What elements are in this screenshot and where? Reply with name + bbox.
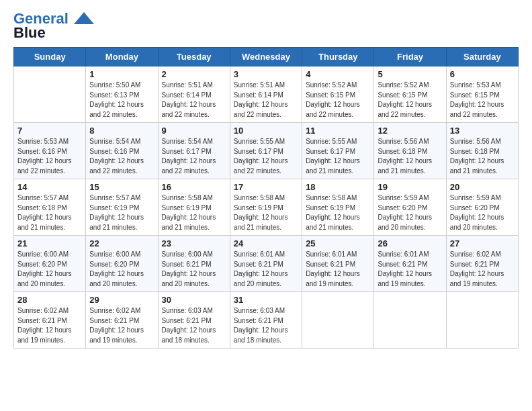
calendar-cell: 27 Sunrise: 6:02 AMSunset: 6:21 PMDaylig… — [446, 236, 518, 292]
calendar-cell: 21 Sunrise: 6:00 AMSunset: 6:20 PMDaylig… — [14, 236, 86, 292]
calendar-week-3: 14 Sunrise: 5:57 AMSunset: 6:18 PMDaylig… — [14, 179, 519, 236]
day-info: Sunrise: 6:00 AMSunset: 6:20 PMDaylight:… — [89, 250, 154, 289]
day-number: 22 — [89, 238, 154, 248]
day-number: 17 — [234, 182, 298, 192]
day-info: Sunrise: 5:56 AMSunset: 6:18 PMDaylight:… — [378, 137, 442, 176]
day-info: Sunrise: 5:57 AMSunset: 6:19 PMDaylight:… — [89, 193, 154, 232]
calendar-cell — [446, 292, 518, 349]
day-number: 2 — [162, 69, 226, 79]
day-number: 12 — [378, 126, 442, 136]
day-info: Sunrise: 6:00 AMSunset: 6:21 PMDaylight:… — [162, 250, 226, 289]
calendar-week-5: 28 Sunrise: 6:02 AMSunset: 6:21 PMDaylig… — [14, 292, 519, 349]
day-info: Sunrise: 5:51 AMSunset: 6:14 PMDaylight:… — [162, 81, 226, 120]
day-info: Sunrise: 5:58 AMSunset: 6:19 PMDaylight:… — [306, 193, 370, 232]
calendar-week-4: 21 Sunrise: 6:00 AMSunset: 6:20 PMDaylig… — [14, 236, 519, 292]
svg-marker-0 — [74, 12, 94, 24]
day-number: 31 — [234, 295, 298, 305]
day-info: Sunrise: 5:54 AMSunset: 6:17 PMDaylight:… — [162, 137, 226, 176]
day-info: Sunrise: 5:59 AMSunset: 6:20 PMDaylight:… — [378, 193, 442, 232]
calendar-cell: 13 Sunrise: 5:56 AMSunset: 6:18 PMDaylig… — [446, 123, 518, 179]
day-number: 24 — [234, 238, 298, 248]
day-number: 5 — [378, 69, 442, 79]
calendar-cell: 6 Sunrise: 5:53 AMSunset: 6:15 PMDayligh… — [446, 66, 518, 123]
logo-blue: Blue — [13, 24, 46, 42]
header-day-saturday: Saturday — [446, 48, 518, 66]
day-number: 13 — [450, 126, 515, 136]
calendar-cell: 12 Sunrise: 5:56 AMSunset: 6:18 PMDaylig… — [374, 123, 446, 179]
day-number: 20 — [450, 182, 515, 192]
day-info: Sunrise: 5:55 AMSunset: 6:17 PMDaylight:… — [234, 137, 298, 176]
day-number: 3 — [234, 69, 298, 79]
calendar-cell: 25 Sunrise: 6:01 AMSunset: 6:21 PMDaylig… — [302, 236, 374, 292]
calendar-cell: 17 Sunrise: 5:58 AMSunset: 6:19 PMDaylig… — [230, 179, 302, 236]
day-info: Sunrise: 5:52 AMSunset: 6:15 PMDaylight:… — [306, 81, 370, 120]
logo: General Blue — [13, 11, 94, 42]
calendar-body: 1 Sunrise: 5:50 AMSunset: 6:13 PMDayligh… — [14, 66, 519, 349]
day-info: Sunrise: 6:01 AMSunset: 6:21 PMDaylight:… — [378, 250, 442, 289]
day-info: Sunrise: 5:52 AMSunset: 6:15 PMDaylight:… — [378, 81, 442, 120]
day-number: 16 — [162, 182, 226, 192]
calendar-cell: 19 Sunrise: 5:59 AMSunset: 6:20 PMDaylig… — [374, 179, 446, 236]
day-number: 4 — [306, 69, 370, 79]
day-number: 19 — [378, 182, 442, 192]
calendar-cell: 11 Sunrise: 5:55 AMSunset: 6:17 PMDaylig… — [302, 123, 374, 179]
day-number: 28 — [17, 295, 82, 305]
day-info: Sunrise: 6:01 AMSunset: 6:21 PMDaylight:… — [234, 250, 298, 289]
header-day-friday: Friday — [374, 48, 446, 66]
day-info: Sunrise: 6:00 AMSunset: 6:20 PMDaylight:… — [17, 250, 82, 289]
day-number: 29 — [89, 295, 154, 305]
calendar-cell: 20 Sunrise: 5:59 AMSunset: 6:20 PMDaylig… — [446, 179, 518, 236]
calendar-cell: 18 Sunrise: 5:58 AMSunset: 6:19 PMDaylig… — [302, 179, 374, 236]
day-number: 21 — [17, 238, 82, 248]
day-number: 10 — [234, 126, 298, 136]
day-info: Sunrise: 5:58 AMSunset: 6:19 PMDaylight:… — [234, 193, 298, 232]
day-number: 8 — [89, 126, 154, 136]
calendar-cell: 4 Sunrise: 5:52 AMSunset: 6:15 PMDayligh… — [302, 66, 374, 123]
calendar-week-1: 1 Sunrise: 5:50 AMSunset: 6:13 PMDayligh… — [14, 66, 519, 123]
calendar-header: SundayMondayTuesdayWednesdayThursdayFrid… — [14, 48, 519, 66]
day-number: 23 — [162, 238, 226, 248]
day-number: 7 — [17, 126, 82, 136]
day-info: Sunrise: 6:02 AMSunset: 6:21 PMDaylight:… — [450, 250, 515, 289]
day-number: 14 — [17, 182, 82, 192]
day-number: 11 — [306, 126, 370, 136]
day-number: 26 — [378, 238, 442, 248]
calendar-cell: 7 Sunrise: 5:53 AMSunset: 6:16 PMDayligh… — [14, 123, 86, 179]
calendar-cell: 29 Sunrise: 6:02 AMSunset: 6:21 PMDaylig… — [86, 292, 158, 349]
calendar-cell: 14 Sunrise: 5:57 AMSunset: 6:18 PMDaylig… — [14, 179, 86, 236]
calendar-cell: 3 Sunrise: 5:51 AMSunset: 6:14 PMDayligh… — [230, 66, 302, 123]
day-info: Sunrise: 5:50 AMSunset: 6:13 PMDaylight:… — [89, 81, 154, 120]
day-info: Sunrise: 6:03 AMSunset: 6:21 PMDaylight:… — [162, 306, 226, 345]
header-day-sunday: Sunday — [14, 48, 86, 66]
day-info: Sunrise: 5:57 AMSunset: 6:18 PMDaylight:… — [17, 193, 82, 232]
header-row: SundayMondayTuesdayWednesdayThursdayFrid… — [14, 48, 519, 66]
header-day-wednesday: Wednesday — [230, 48, 302, 66]
calendar-cell: 23 Sunrise: 6:00 AMSunset: 6:21 PMDaylig… — [158, 236, 230, 292]
day-number: 1 — [89, 69, 154, 79]
day-info: Sunrise: 5:53 AMSunset: 6:16 PMDaylight:… — [17, 137, 82, 176]
calendar-cell: 9 Sunrise: 5:54 AMSunset: 6:17 PMDayligh… — [158, 123, 230, 179]
calendar-cell: 5 Sunrise: 5:52 AMSunset: 6:15 PMDayligh… — [374, 66, 446, 123]
header-day-thursday: Thursday — [302, 48, 374, 66]
day-number: 25 — [306, 238, 370, 248]
calendar-cell: 30 Sunrise: 6:03 AMSunset: 6:21 PMDaylig… — [158, 292, 230, 349]
day-number: 15 — [89, 182, 154, 192]
calendar-cell: 15 Sunrise: 5:57 AMSunset: 6:19 PMDaylig… — [86, 179, 158, 236]
day-info: Sunrise: 6:02 AMSunset: 6:21 PMDaylight:… — [89, 306, 154, 345]
calendar-cell — [14, 66, 86, 123]
day-info: Sunrise: 5:59 AMSunset: 6:20 PMDaylight:… — [450, 193, 515, 232]
day-info: Sunrise: 6:02 AMSunset: 6:21 PMDaylight:… — [17, 306, 82, 345]
day-number: 18 — [306, 182, 370, 192]
calendar-cell: 28 Sunrise: 6:02 AMSunset: 6:21 PMDaylig… — [14, 292, 86, 349]
day-info: Sunrise: 5:51 AMSunset: 6:14 PMDaylight:… — [234, 81, 298, 120]
calendar-cell: 10 Sunrise: 5:55 AMSunset: 6:17 PMDaylig… — [230, 123, 302, 179]
calendar-cell: 8 Sunrise: 5:54 AMSunset: 6:16 PMDayligh… — [86, 123, 158, 179]
calendar-cell — [374, 292, 446, 349]
calendar-cell: 22 Sunrise: 6:00 AMSunset: 6:20 PMDaylig… — [86, 236, 158, 292]
calendar-cell — [302, 292, 374, 349]
page-header: General Blue — [13, 11, 519, 42]
day-info: Sunrise: 5:58 AMSunset: 6:19 PMDaylight:… — [162, 193, 226, 232]
calendar-table: SundayMondayTuesdayWednesdayThursdayFrid… — [13, 47, 519, 349]
day-info: Sunrise: 5:55 AMSunset: 6:17 PMDaylight:… — [306, 137, 370, 176]
calendar-cell: 16 Sunrise: 5:58 AMSunset: 6:19 PMDaylig… — [158, 179, 230, 236]
